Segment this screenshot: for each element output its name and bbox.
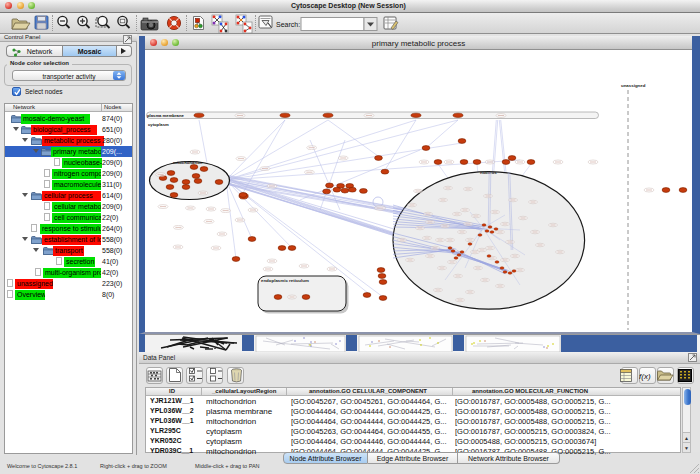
svg-text:Search:: Search: (276, 21, 300, 28)
svg-text:unassigned: unassigned (621, 83, 646, 88)
svg-text:cytoplasm: cytoplasm (148, 122, 169, 127)
svg-text:endoplasmic reticulum: endoplasmic reticulum (261, 278, 309, 283)
svg-text:f(x): f(x) (639, 372, 651, 381)
svg-text:plasma membrane: plasma membrane (147, 113, 184, 118)
svg-text:nucleus: nucleus (480, 170, 497, 175)
svg-text:mitochondrion: mitochondrion (173, 160, 203, 165)
